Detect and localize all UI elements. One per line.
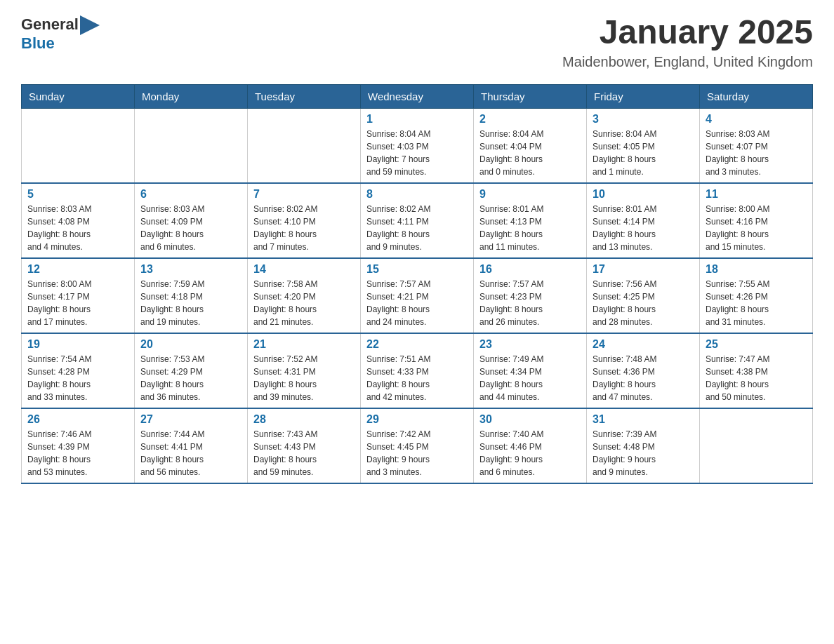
day-info: Sunrise: 7:52 AM Sunset: 4:31 PM Dayligh… [253,353,355,403]
calendar-cell: 8Sunrise: 8:02 AM Sunset: 4:11 PM Daylig… [361,183,474,258]
day-number: 16 [479,263,581,276]
calendar-cell: 10Sunrise: 8:01 AM Sunset: 4:14 PM Dayli… [587,183,700,258]
day-info: Sunrise: 7:55 AM Sunset: 4:26 PM Dayligh… [706,278,807,328]
day-number: 19 [27,338,128,351]
calendar-cell: 23Sunrise: 7:49 AM Sunset: 4:34 PM Dayli… [474,333,587,408]
calendar-cell: 18Sunrise: 7:55 AM Sunset: 4:26 PM Dayli… [700,258,813,333]
day-number: 7 [253,188,355,201]
logo-general-text: General [21,16,79,33]
day-number: 24 [593,338,694,351]
day-number: 30 [479,413,581,426]
column-header-friday: Friday [587,84,700,108]
day-info: Sunrise: 8:04 AM Sunset: 4:03 PM Dayligh… [366,128,468,178]
calendar-cell: 30Sunrise: 7:40 AM Sunset: 4:46 PM Dayli… [474,408,587,483]
page-header: General Blue January 2025 Maidenbower, E… [21,14,813,70]
calendar-cell [700,408,813,483]
calendar-cell: 15Sunrise: 7:57 AM Sunset: 4:21 PM Dayli… [361,258,474,333]
day-info: Sunrise: 8:01 AM Sunset: 4:13 PM Dayligh… [479,203,581,253]
day-number: 29 [366,413,468,426]
day-info: Sunrise: 8:01 AM Sunset: 4:14 PM Dayligh… [593,203,694,253]
calendar-cell [248,108,361,183]
day-info: Sunrise: 8:02 AM Sunset: 4:11 PM Dayligh… [366,203,468,253]
calendar-cell: 26Sunrise: 7:46 AM Sunset: 4:39 PM Dayli… [22,408,135,483]
calendar-cell: 2Sunrise: 8:04 AM Sunset: 4:04 PM Daylig… [474,108,587,183]
day-number: 6 [140,188,241,201]
day-info: Sunrise: 8:04 AM Sunset: 4:04 PM Dayligh… [479,128,581,178]
day-info: Sunrise: 7:57 AM Sunset: 4:23 PM Dayligh… [479,278,581,328]
day-info: Sunrise: 7:49 AM Sunset: 4:34 PM Dayligh… [479,353,581,403]
calendar-cell: 17Sunrise: 7:56 AM Sunset: 4:25 PM Dayli… [587,258,700,333]
calendar-cell: 16Sunrise: 7:57 AM Sunset: 4:23 PM Dayli… [474,258,587,333]
logo-blue-text: Blue [21,35,100,52]
day-info: Sunrise: 7:53 AM Sunset: 4:29 PM Dayligh… [140,353,241,403]
day-number: 10 [593,188,694,201]
day-number: 8 [366,188,468,201]
week-row-5: 26Sunrise: 7:46 AM Sunset: 4:39 PM Dayli… [22,408,813,483]
day-number: 11 [706,188,807,201]
day-number: 2 [479,113,581,126]
calendar-cell: 27Sunrise: 7:44 AM Sunset: 4:41 PM Dayli… [135,408,248,483]
calendar-cell: 5Sunrise: 8:03 AM Sunset: 4:08 PM Daylig… [22,183,135,258]
day-info: Sunrise: 7:47 AM Sunset: 4:38 PM Dayligh… [706,353,807,403]
page-title: January 2025 [562,14,813,51]
logo-triangle-icon [80,15,100,35]
column-header-saturday: Saturday [700,84,813,108]
day-number: 5 [27,188,128,201]
day-info: Sunrise: 7:54 AM Sunset: 4:28 PM Dayligh… [27,353,128,403]
column-header-sunday: Sunday [22,84,135,108]
calendar-cell: 7Sunrise: 8:02 AM Sunset: 4:10 PM Daylig… [248,183,361,258]
week-row-4: 19Sunrise: 7:54 AM Sunset: 4:28 PM Dayli… [22,333,813,408]
day-number: 18 [706,263,807,276]
day-info: Sunrise: 7:42 AM Sunset: 4:45 PM Dayligh… [366,428,468,478]
day-number: 9 [479,188,581,201]
column-header-monday: Monday [135,84,248,108]
day-number: 23 [479,338,581,351]
day-number: 31 [593,413,694,426]
calendar-cell: 3Sunrise: 8:04 AM Sunset: 4:05 PM Daylig… [587,108,700,183]
calendar-cell: 1Sunrise: 8:04 AM Sunset: 4:03 PM Daylig… [361,108,474,183]
day-number: 1 [366,113,468,126]
calendar-table: SundayMondayTuesdayWednesdayThursdayFrid… [21,84,813,484]
logo: General Blue [21,14,100,52]
day-number: 27 [140,413,241,426]
day-number: 21 [253,338,355,351]
day-number: 25 [706,338,807,351]
day-info: Sunrise: 8:03 AM Sunset: 4:07 PM Dayligh… [706,128,807,178]
calendar-cell: 22Sunrise: 7:51 AM Sunset: 4:33 PM Dayli… [361,333,474,408]
day-number: 22 [366,338,468,351]
calendar-cell: 4Sunrise: 8:03 AM Sunset: 4:07 PM Daylig… [700,108,813,183]
day-number: 14 [253,263,355,276]
day-info: Sunrise: 7:57 AM Sunset: 4:21 PM Dayligh… [366,278,468,328]
calendar-cell [22,108,135,183]
day-number: 17 [593,263,694,276]
day-info: Sunrise: 7:39 AM Sunset: 4:48 PM Dayligh… [593,428,694,478]
calendar-cell: 14Sunrise: 7:58 AM Sunset: 4:20 PM Dayli… [248,258,361,333]
day-number: 4 [706,113,807,126]
day-number: 20 [140,338,241,351]
calendar-cell: 24Sunrise: 7:48 AM Sunset: 4:36 PM Dayli… [587,333,700,408]
calendar-cell: 11Sunrise: 8:00 AM Sunset: 4:16 PM Dayli… [700,183,813,258]
day-number: 12 [27,263,128,276]
page-subtitle: Maidenbower, England, United Kingdom [562,54,813,70]
day-info: Sunrise: 8:00 AM Sunset: 4:17 PM Dayligh… [27,278,128,328]
day-info: Sunrise: 7:46 AM Sunset: 4:39 PM Dayligh… [27,428,128,478]
day-info: Sunrise: 8:03 AM Sunset: 4:09 PM Dayligh… [140,203,241,253]
column-header-thursday: Thursday [474,84,587,108]
day-number: 15 [366,263,468,276]
day-info: Sunrise: 7:59 AM Sunset: 4:18 PM Dayligh… [140,278,241,328]
svg-marker-0 [80,15,100,35]
calendar-cell [135,108,248,183]
day-number: 26 [27,413,128,426]
calendar-cell: 12Sunrise: 8:00 AM Sunset: 4:17 PM Dayli… [22,258,135,333]
calendar-cell: 21Sunrise: 7:52 AM Sunset: 4:31 PM Dayli… [248,333,361,408]
calendar-cell: 13Sunrise: 7:59 AM Sunset: 4:18 PM Dayli… [135,258,248,333]
day-info: Sunrise: 8:00 AM Sunset: 4:16 PM Dayligh… [706,203,807,253]
day-info: Sunrise: 7:40 AM Sunset: 4:46 PM Dayligh… [479,428,581,478]
title-area: January 2025 Maidenbower, England, Unite… [562,14,813,70]
column-header-tuesday: Tuesday [248,84,361,108]
day-info: Sunrise: 7:44 AM Sunset: 4:41 PM Dayligh… [140,428,241,478]
calendar-cell: 28Sunrise: 7:43 AM Sunset: 4:43 PM Dayli… [248,408,361,483]
day-info: Sunrise: 8:02 AM Sunset: 4:10 PM Dayligh… [253,203,355,253]
day-info: Sunrise: 7:56 AM Sunset: 4:25 PM Dayligh… [593,278,694,328]
day-number: 13 [140,263,241,276]
